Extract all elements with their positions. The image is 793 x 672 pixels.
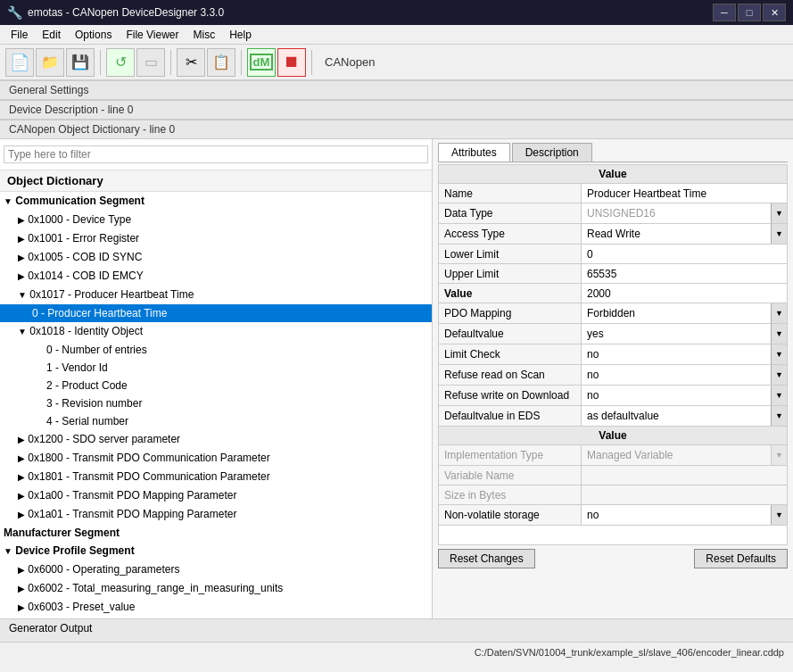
tree-0x1000[interactable]: ▶ 0x1000 - Device Type — [0, 211, 432, 229]
tree-0x1017[interactable]: ▼ 0x1017 - Producer Heartbeat Time — [0, 286, 432, 304]
right-panel: Attributes Description Value Name Produc… — [433, 139, 793, 618]
tree-0x6000[interactable]: ▶ 0x6000 - Operating_parameters — [0, 560, 432, 579]
table-row-size-bytes: Size in Bytes — [439, 485, 788, 505]
label-refuse-read: Refuse read on Scan — [439, 365, 582, 386]
default-eds-text: as defaultvalue — [582, 410, 771, 422]
reset-changes-button[interactable]: Reset Changes — [438, 549, 535, 568]
value-size-bytes — [582, 485, 788, 505]
tree-0x1018-1[interactable]: 1 - Vendor Id — [0, 359, 432, 377]
toolbar-separator-4 — [311, 50, 312, 75]
refuse-write-dropdown-arrow[interactable]: ▼ — [771, 386, 787, 405]
close-button[interactable]: ✕ — [763, 4, 786, 21]
tree-0x1005[interactable]: ▶ 0x1005 - COB ID SYNC — [0, 248, 432, 267]
datatype-text: UNSIGNED16 — [582, 207, 771, 220]
reset-defaults-button[interactable]: Reset Defaults — [694, 549, 788, 568]
table-row-access: Access Type Read Write ▼ — [439, 224, 788, 245]
open-button[interactable]: 📁 — [36, 48, 64, 77]
table-row-nonvolatile: Non-volatile storage no ▼ — [439, 505, 788, 526]
tree-0x1a01[interactable]: ▶ 0x1a01 - Transmit PDO Mapping Paramete… — [0, 505, 432, 524]
attributes-table: Value Name Producer Heartbeat Time Data … — [438, 164, 788, 545]
tree-0x1a00[interactable]: ▶ 0x1a00 - Transmit PDO Mapping Paramete… — [0, 486, 432, 505]
new-button[interactable]: 📄 — [5, 48, 34, 77]
default-dropdown-arrow[interactable]: ▼ — [771, 324, 787, 344]
menu-help[interactable]: Help — [222, 27, 259, 43]
tree-0x1801[interactable]: ▶ 0x1801 - Transmit PDO Communication Pa… — [0, 468, 432, 486]
cut-button[interactable]: ✂ — [177, 48, 205, 77]
tree-communication-segment[interactable]: ▼ Communication Segment — [0, 192, 432, 211]
copy-button[interactable]: 📋 — [207, 48, 235, 77]
tree-0x1018-3[interactable]: 3 - Revision number — [0, 394, 432, 412]
menu-edit[interactable]: Edit — [35, 27, 68, 43]
left-panel: Object Dictionary ▼ Communication Segmen… — [0, 139, 433, 618]
value-limit-check[interactable]: no ▼ — [582, 344, 788, 365]
impl-type-text: Managed Variable — [582, 449, 771, 461]
expand-icon: ▼ — [18, 327, 27, 336]
menu-file[interactable]: File — [4, 27, 35, 43]
value-datatype[interactable]: UNSIGNED16 ▼ — [582, 203, 788, 224]
expand-icon: ▶ — [18, 435, 25, 444]
tree-0x1018-2[interactable]: 2 - Product Code — [0, 377, 432, 394]
access-dropdown-arrow[interactable]: ▼ — [771, 224, 787, 244]
pdo-dropdown-arrow[interactable]: ▼ — [771, 303, 787, 323]
minimize-button[interactable]: ─ — [713, 4, 736, 21]
default-eds-dropdown-arrow[interactable]: ▼ — [771, 406, 787, 426]
tree-0x1018[interactable]: ▼ 0x1018 - Identity Object — [0, 322, 432, 341]
table-row-limit-check: Limit Check no ▼ — [439, 344, 788, 365]
tree-0x6002[interactable]: ▶ 0x6002 - Total_measuring_range_in_meas… — [0, 579, 432, 598]
value-nonvolatile[interactable]: no ▼ — [582, 505, 788, 526]
value-variable-name — [582, 466, 788, 485]
value-default-eds[interactable]: as defaultvalue ▼ — [582, 406, 788, 427]
tree-0x1018-0[interactable]: 0 - Number of entries — [0, 341, 432, 359]
label-nonvolatile: Non-volatile storage — [439, 505, 582, 526]
tree-0x1001[interactable]: ▶ 0x1001 - Error Register — [0, 229, 432, 248]
value-value[interactable] — [582, 284, 788, 303]
save-button[interactable]: 💾 — [66, 48, 95, 77]
stop-button[interactable]: ⏹ — [277, 48, 306, 77]
tab-attributes[interactable]: Attributes — [438, 143, 510, 162]
tree-0x6004[interactable]: ▶ 0x6004 - Position_value — [0, 617, 432, 618]
table-row-datatype: Data Type UNSIGNED16 ▼ — [439, 203, 788, 224]
datatype-dropdown-arrow[interactable]: ▼ — [771, 203, 787, 223]
tree-manufacturer-segment[interactable]: Manufacturer Segment — [0, 524, 432, 542]
window-controls: ─ □ ✕ — [713, 4, 786, 21]
value-input[interactable] — [587, 287, 781, 300]
table-section2-header: Value — [439, 427, 788, 445]
dm-button[interactable]: dM — [247, 48, 276, 77]
tree-0x1017-0[interactable]: 0 - Producer Heartbeat Time — [0, 304, 432, 322]
value-impl-type: Managed Variable ▼ — [582, 445, 788, 466]
table-row-impl-type: Implementation Type Managed Variable ▼ — [439, 445, 788, 466]
tab-description[interactable]: Description — [512, 143, 592, 162]
tree-0x1018-4[interactable]: 4 - Serial number — [0, 412, 432, 430]
tree-0x1014[interactable]: ▶ 0x1014 - COB ID EMCY — [0, 267, 432, 286]
toolbar-separator-1 — [100, 50, 101, 75]
object-dictionary-title: Object Dictionary — [0, 170, 432, 192]
blank-button[interactable]: ▭ — [136, 48, 165, 77]
value-pdo[interactable]: Forbidden ▼ — [582, 303, 788, 324]
tree-device-profile-segment[interactable]: ▼ Device Profile Segment — [0, 542, 432, 560]
menu-misc[interactable]: Misc — [186, 27, 223, 43]
maximize-button[interactable]: □ — [738, 4, 761, 21]
label-refuse-write: Refuse write on Download — [439, 386, 582, 406]
tree-container[interactable]: ▼ Communication Segment ▶ 0x1000 - Devic… — [0, 192, 432, 618]
tree-0x1200[interactable]: ▶ 0x1200 - SDO server parameter — [0, 430, 432, 449]
table-row-empty — [439, 526, 788, 545]
value-access[interactable]: Read Write ▼ — [582, 224, 788, 245]
value-refuse-read[interactable]: no ▼ — [582, 365, 788, 386]
tree-0x6003[interactable]: ▶ 0x6003 - Preset_value — [0, 598, 432, 617]
run-button[interactable]: ↺ — [106, 48, 135, 77]
pdo-text: Forbidden — [582, 307, 771, 319]
menu-options[interactable]: Options — [68, 27, 119, 43]
label-upper-limit: Upper Limit — [439, 264, 582, 284]
value-default[interactable]: yes ▼ — [582, 324, 788, 344]
expand-icon: ▶ — [18, 472, 25, 482]
tree-0x1800[interactable]: ▶ 0x1800 - Transmit PDO Communication Pa… — [0, 449, 432, 468]
refuse-read-dropdown-arrow[interactable]: ▼ — [771, 365, 787, 385]
menu-file-viewer[interactable]: File Viewer — [119, 27, 186, 43]
limit-check-dropdown-arrow[interactable]: ▼ — [771, 344, 787, 364]
value-refuse-write[interactable]: no ▼ — [582, 386, 788, 406]
empty-row — [439, 526, 788, 545]
table-row-upper-limit: Upper Limit 65535 — [439, 264, 788, 284]
nonvolatile-dropdown-arrow[interactable]: ▼ — [771, 505, 787, 525]
expand-icon: ▼ — [4, 196, 12, 206]
filter-input[interactable] — [4, 145, 428, 163]
